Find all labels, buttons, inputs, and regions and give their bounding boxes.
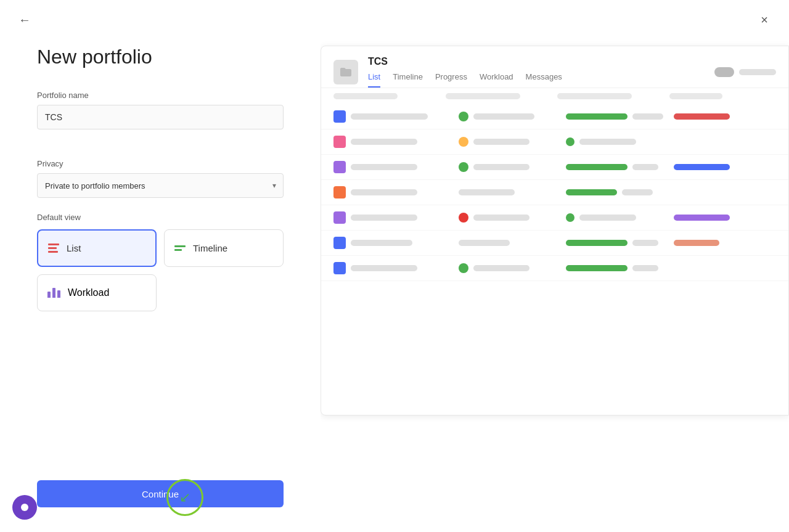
table-row — [321, 205, 788, 231]
header-line — [739, 69, 776, 75]
table-row — [321, 180, 788, 205]
folder-icon — [333, 60, 358, 84]
content-area: New portfolio Portfolio name Privacy Pri… — [0, 39, 789, 532]
row-col-1 — [351, 215, 454, 221]
left-panel: New portfolio Portfolio name Privacy Pri… — [0, 39, 321, 532]
back-icon: ← — [18, 13, 31, 27]
header-toggle — [714, 67, 734, 77]
avatar-wrapper — [12, 495, 37, 520]
workload-view-icon — [47, 288, 60, 298]
view-options-grid: List Timeline — [37, 229, 284, 267]
view-option-timeline[interactable]: Timeline — [164, 229, 284, 267]
avatar-dot — [21, 504, 28, 511]
privacy-label: Privacy — [37, 159, 284, 168]
avatar[interactable] — [12, 495, 37, 520]
tab-messages[interactable]: Messages — [526, 72, 562, 88]
row-col-1 — [351, 240, 454, 246]
table-row — [321, 104, 788, 129]
preview-header-right: TCS List Timeline Progress Workload Mess… — [368, 56, 705, 88]
top-bar: ← × — [0, 0, 789, 39]
default-view-group: Default view List — [37, 213, 284, 311]
privacy-select-wrapper: Private to portfolio members Public Memb… — [37, 173, 284, 198]
row-col-1 — [351, 189, 454, 195]
portfolio-name-group: Portfolio name — [37, 91, 284, 144]
privacy-group: Privacy Private to portfolio members Pub… — [37, 159, 284, 198]
portfolio-name-input[interactable] — [37, 105, 284, 129]
close-button[interactable]: × — [754, 10, 774, 30]
view-option-list[interactable]: List — [37, 229, 157, 267]
row-col-3 — [566, 240, 669, 246]
row-col-3 — [566, 164, 669, 170]
row-col-4 — [674, 240, 777, 246]
continue-label: Continue — [142, 489, 179, 499]
row-col-3 — [566, 213, 669, 222]
row-col-1 — [351, 164, 454, 170]
row-col-2 — [459, 263, 562, 273]
row-col-4 — [674, 215, 777, 221]
continue-button[interactable]: Continue — [37, 480, 284, 507]
row-color-swatch — [333, 186, 346, 198]
default-view-label: Default view — [37, 213, 284, 222]
row-col-2 — [459, 137, 562, 147]
row-col-1 — [351, 265, 454, 271]
row-color-swatch — [333, 110, 346, 123]
preview-card: TCS List Timeline Progress Workload Mess… — [321, 46, 789, 415]
tab-workload[interactable]: Workload — [480, 72, 513, 88]
tab-timeline[interactable]: Timeline — [393, 72, 423, 88]
preview-header: TCS List Timeline Progress Workload Mess… — [321, 46, 788, 88]
view-option-workload[interactable]: Workload — [37, 274, 157, 311]
table-row — [321, 231, 788, 256]
row-col-2 — [459, 213, 562, 223]
row-col-1 — [351, 113, 454, 120]
back-button[interactable]: ← — [15, 10, 35, 30]
tab-progress[interactable]: Progress — [435, 72, 467, 88]
preview-header-actions — [714, 67, 776, 77]
row-col-2 — [459, 240, 562, 246]
row-col-2 — [459, 162, 562, 172]
view-option-timeline-label: Timeline — [193, 243, 227, 253]
row-col-3 — [566, 137, 669, 146]
row-col-2 — [459, 189, 562, 195]
view-option-list-label: List — [67, 243, 81, 253]
privacy-select[interactable]: Private to portfolio members Public Memb… — [37, 173, 284, 198]
table-header — [321, 88, 788, 104]
close-icon: × — [761, 13, 768, 27]
preview-title: TCS — [368, 56, 705, 67]
tab-list[interactable]: List — [368, 72, 380, 88]
row-color-swatch — [333, 237, 346, 249]
list-view-icon — [48, 243, 59, 253]
table-row — [321, 256, 788, 281]
row-color-swatch — [333, 262, 346, 274]
row-col-1 — [351, 139, 454, 145]
row-color-swatch — [333, 161, 346, 173]
row-col-3 — [566, 113, 669, 120]
row-col-3 — [566, 189, 669, 195]
row-col-2 — [459, 112, 562, 121]
row-col-3 — [566, 265, 669, 271]
table-row — [321, 129, 788, 155]
row-col-4 — [674, 164, 777, 170]
portfolio-name-label: Portfolio name — [37, 91, 284, 100]
row-color-swatch — [333, 136, 346, 148]
timeline-view-icon — [174, 245, 186, 251]
right-panel: TCS List Timeline Progress Workload Mess… — [321, 39, 789, 532]
row-col-4 — [674, 113, 777, 120]
preview-tabs: List Timeline Progress Workload Messages — [368, 72, 705, 88]
row-color-swatch — [333, 211, 346, 224]
page-title: New portfolio — [37, 46, 284, 68]
table-row — [321, 155, 788, 180]
view-option-workload-label: Workload — [68, 287, 109, 298]
